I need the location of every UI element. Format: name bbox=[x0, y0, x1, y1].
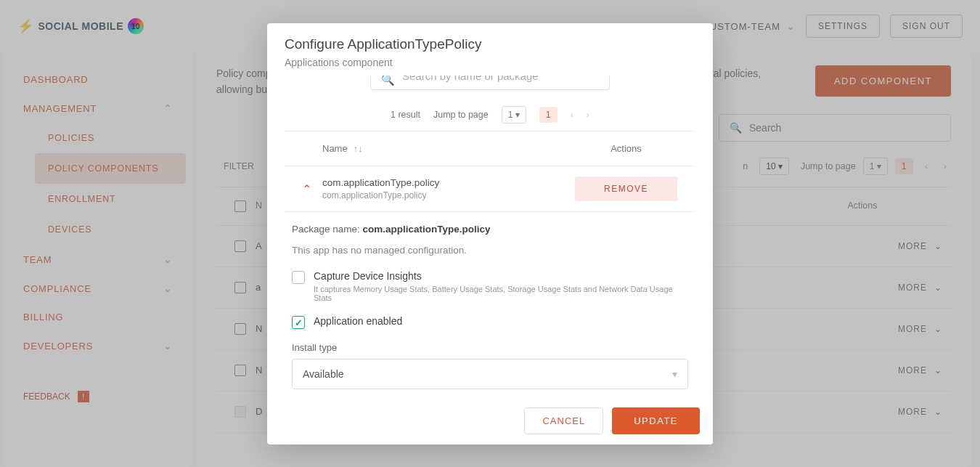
modal-subtitle: Applications component bbox=[285, 57, 695, 68]
modal-search-placeholder: Search by name or package bbox=[402, 76, 539, 82]
result-count: 1 result bbox=[391, 110, 420, 120]
app-enabled-label: Application enabled bbox=[314, 315, 402, 327]
modal-current-page: 1 bbox=[539, 107, 558, 123]
install-type-select[interactable]: Available ▾ bbox=[292, 359, 688, 389]
no-config-text: This app has no managed configuration. bbox=[292, 245, 688, 256]
cancel-button[interactable]: CANCEL bbox=[524, 407, 603, 434]
modal-table-row: ⌃ com.applicationType.policy com.applica… bbox=[285, 166, 695, 212]
modal-col-actions: Actions bbox=[563, 143, 690, 154]
modal-search-box[interactable]: 🔍 Search by name or package bbox=[370, 76, 610, 90]
expand-toggle[interactable]: ⌃ bbox=[290, 182, 322, 196]
modal-jump-select[interactable]: 1 ▾ bbox=[502, 106, 526, 123]
search-icon: 🔍 bbox=[381, 76, 395, 86]
app-package: com.applicationType.policy bbox=[322, 190, 563, 200]
capture-insights-checkbox[interactable] bbox=[292, 271, 305, 284]
prev-page-icon[interactable]: ‹ bbox=[571, 110, 573, 120]
install-type-label: Install type bbox=[292, 342, 688, 353]
configure-modal: Configure ApplicationTypePolicy Applicat… bbox=[267, 23, 713, 444]
app-enabled-checkbox[interactable] bbox=[292, 316, 305, 329]
update-button[interactable]: UPDATE bbox=[612, 407, 700, 434]
modal-title: Configure ApplicationTypePolicy bbox=[285, 36, 695, 52]
capture-insights-help: It captures Memory Usage Stats, Battery … bbox=[314, 285, 688, 302]
chevron-up-icon: ⌃ bbox=[302, 182, 311, 196]
expand-panel: Package name: com.applicationType.policy… bbox=[285, 212, 695, 392]
remove-button[interactable]: REMOVE bbox=[575, 176, 677, 201]
package-name-value: com.applicationType.policy bbox=[363, 224, 491, 235]
capture-insights-label: Capture Device Insights bbox=[314, 270, 688, 282]
app-title: com.applicationType.policy bbox=[322, 177, 563, 188]
next-page-icon[interactable]: › bbox=[587, 110, 589, 120]
dropdown-icon: ▾ bbox=[672, 368, 677, 380]
modal-overlay[interactable]: Configure ApplicationTypePolicy Applicat… bbox=[0, 0, 980, 467]
modal-col-name[interactable]: Name ↑↓ bbox=[322, 143, 563, 154]
sort-icon: ↑↓ bbox=[354, 143, 363, 154]
modal-body[interactable]: 🔍 Search by name or package 1 result Jum… bbox=[267, 76, 713, 397]
